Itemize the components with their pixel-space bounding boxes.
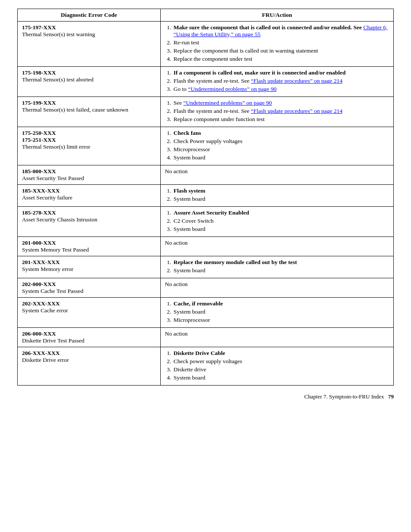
- error-code: 206-XXX-XXX: [22, 350, 60, 356]
- error-description: System Cache error: [22, 307, 68, 314]
- error-code: 175-197-XXX: [22, 24, 56, 31]
- error-code: 185-XXX-XXX: [22, 187, 60, 194]
- table-row: 206-000-XXXDiskette Drive Test PassedNo …: [18, 328, 394, 347]
- table-row: 185-XXX-XXXAsset Security failureFlash s…: [18, 185, 394, 207]
- error-code: 201-XXX-XXX: [22, 259, 60, 265]
- error-code-cell: 175-199-XXXThermal Sensor(s) test failed…: [18, 97, 161, 127]
- action-item: Flash system: [173, 187, 389, 194]
- table-row: 201-XXX-XXXSystem Memory errorReplace th…: [18, 256, 394, 278]
- action-link[interactable]: “Undetermined problems” on page 90: [188, 86, 276, 92]
- error-code-cell: 202-XXX-XXXSystem Cache error: [18, 298, 161, 328]
- action-list: Assure Asset Security EnabledC2 Cover Sw…: [165, 209, 389, 233]
- action-item: Microprocessor: [173, 146, 389, 153]
- action-item: Re-run test: [173, 39, 389, 46]
- col1-header: Diagnostic Error Code: [18, 9, 161, 22]
- no-action-text: No action: [165, 330, 188, 337]
- action-list: If a component is called out, make sure …: [165, 69, 389, 93]
- diagnostic-table: Diagnostic Error Code FRU/Action 175-197…: [17, 9, 394, 386]
- action-bold-item: Replace the memory module called out by …: [174, 259, 297, 265]
- error-code-cell: 206-XXX-XXXDiskette Drive error: [18, 347, 161, 386]
- page-wrapper: Diagnostic Error Code FRU/Action 175-197…: [17, 9, 394, 400]
- action-cell: Check fansCheck Power supply voltagesMic…: [160, 127, 393, 165]
- action-item: Flash the system and re-test. See “Flash…: [173, 78, 389, 84]
- error-code-cell: 201-XXX-XXXSystem Memory error: [18, 256, 161, 278]
- error-code-cell: 175-198-XXXThermal Sensor(s) test aborte…: [18, 67, 161, 97]
- action-item: Cache, if removable: [173, 300, 389, 307]
- error-description: Diskette Drive Test Passed: [22, 337, 84, 344]
- table-row: 206-XXX-XXXDiskette Drive errorDiskette …: [18, 347, 394, 386]
- action-bold-text: If a component is called out, make sure …: [174, 69, 346, 76]
- error-code-cell: 202-000-XXXSystem Cache Test Passed: [18, 278, 161, 298]
- action-bold-item: Diskette Drive Cable: [174, 350, 225, 356]
- footer-text: Chapter 7. Symptom-to-FRU Index 79: [304, 393, 394, 400]
- action-item: Make sure the component that is called o…: [173, 24, 389, 38]
- action-item: Check power supply voltages: [173, 358, 389, 365]
- action-item: System board: [173, 267, 389, 274]
- action-cell: No action: [160, 165, 393, 185]
- error-code-cell: 206-000-XXXDiskette Drive Test Passed: [18, 328, 161, 347]
- error-code: 185-000-XXX: [22, 168, 56, 174]
- table-row: 185-000-XXXAsset Security Test PassedNo …: [18, 165, 394, 185]
- error-description: Thermal Sensor(s) limit error: [22, 143, 90, 150]
- action-bold-item: Assure Asset Security Enabled: [174, 209, 249, 216]
- action-item: Replace the memory module called out by …: [173, 259, 389, 266]
- error-description: Thermal Sensor(s) test aborted: [22, 76, 93, 83]
- footer: Chapter 7. Symptom-to-FRU Index 79: [17, 393, 394, 400]
- action-bold-item: Cache, if removable: [174, 300, 223, 307]
- action-item: Assure Asset Security Enabled: [173, 209, 389, 216]
- error-code-cell: 201-000-XXXSystem Memory Test Passed: [18, 237, 161, 256]
- action-item: Replace the component under test: [173, 56, 389, 62]
- no-action-text: No action: [165, 281, 188, 287]
- action-item: Go to “Undetermined problems” on page 90: [173, 86, 389, 93]
- action-item: Replace the component that is called out…: [173, 47, 389, 54]
- action-list: See “Undetermined problems” on page 90Fl…: [165, 100, 389, 123]
- error-code-cell: 185-278-XXXAsset Security Chassis Intrus…: [18, 207, 161, 237]
- col2-header: FRU/Action: [160, 9, 393, 22]
- error-description: Diskette Drive error: [22, 357, 69, 363]
- action-item: Microprocessor: [173, 317, 389, 324]
- error-description: Asset Security Chassis Intrusion: [22, 216, 97, 223]
- action-cell: Make sure the component that is called o…: [160, 22, 393, 67]
- error-code-cell: 175-197-XXXThermal Sensor(s) test warnin…: [18, 22, 161, 67]
- error-code: 201-000-XXX: [22, 240, 56, 246]
- table-row: 175-197-XXXThermal Sensor(s) test warnin…: [18, 22, 394, 67]
- action-cell: Replace the memory module called out by …: [160, 256, 393, 278]
- table-row: 175-198-XXXThermal Sensor(s) test aborte…: [18, 67, 394, 97]
- action-item: Flash the system and re-test. See “Flash…: [173, 108, 389, 115]
- action-item: If a component is called out, make sure …: [173, 69, 389, 76]
- table-row: 201-000-XXXSystem Memory Test PassedNo a…: [18, 237, 394, 256]
- error-code: 202-XXX-XXX: [22, 300, 60, 307]
- action-item: Check Power supply voltages: [173, 138, 389, 145]
- no-action-text: No action: [165, 168, 188, 174]
- action-item: C2 Cover Switch: [173, 218, 389, 224]
- table-row: 175-250-XXX175-251-XXXThermal Sensor(s) …: [18, 127, 394, 165]
- action-cell: No action: [160, 328, 393, 347]
- action-bold-item: Check fans: [174, 130, 201, 136]
- action-list: Flash systemSystem board: [165, 187, 389, 202]
- action-cell: Cache, if removableSystem boardMicroproc…: [160, 298, 393, 328]
- action-link[interactable]: “Flash update procedures” on page 214: [251, 108, 342, 114]
- action-list: Check fansCheck Power supply voltagesMic…: [165, 130, 389, 161]
- error-description: System Memory error: [22, 266, 73, 272]
- error-code: 202-000-XXX: [22, 281, 56, 287]
- action-link[interactable]: “Flash update procedures” on page 214: [251, 78, 342, 84]
- action-cell: No action: [160, 237, 393, 256]
- error-code: 185-278-XXX: [22, 209, 56, 216]
- action-item: Check fans: [173, 130, 389, 137]
- error-code-cell: 175-250-XXX175-251-XXXThermal Sensor(s) …: [18, 127, 161, 165]
- error-description: Asset Security Test Passed: [22, 175, 84, 181]
- action-cell: See “Undetermined problems” on page 90Fl…: [160, 97, 393, 127]
- action-cell: Assure Asset Security EnabledC2 Cover Sw…: [160, 207, 393, 237]
- action-item: Diskette Drive Cable: [173, 350, 389, 357]
- error-code: 206-000-XXX: [22, 330, 56, 337]
- table-row: 202-XXX-XXXSystem Cache errorCache, if r…: [18, 298, 394, 328]
- error-description: Thermal Sensor(s) test warning: [22, 31, 95, 37]
- table-row: 202-000-XXXSystem Cache Test PassedNo ac…: [18, 278, 394, 298]
- action-item: Replace component under function test: [173, 116, 389, 123]
- no-action-text: No action: [165, 240, 188, 246]
- action-link[interactable]: “Undetermined problems” on page 90: [184, 100, 272, 106]
- action-item: System board: [173, 374, 389, 381]
- error-code: 175-250-XXX: [22, 130, 56, 136]
- error-code-cell: 185-XXX-XXXAsset Security failure: [18, 185, 161, 207]
- error-description: System Cache Test Passed: [22, 288, 83, 294]
